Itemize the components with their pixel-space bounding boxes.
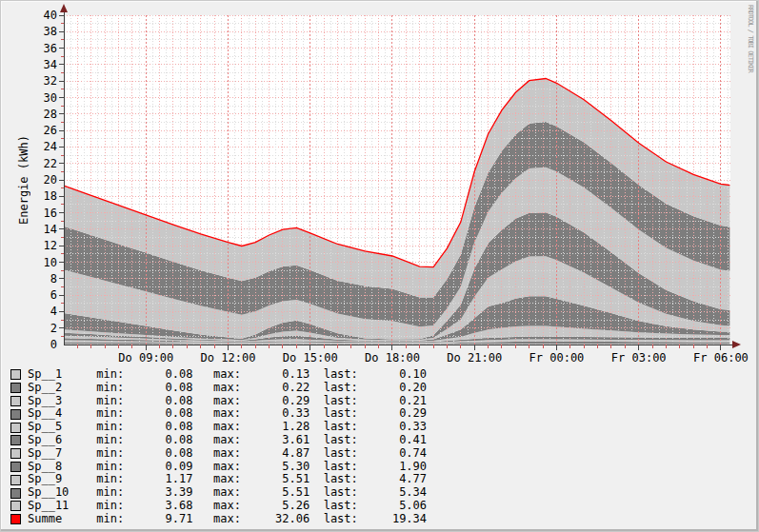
legend-row: Sp__8 min: 0.09 max: 5.30 last: 1.90: [10, 461, 427, 474]
chart-plot: 0246810121416182022242628303234363840Do …: [1, 1, 759, 368]
legend-row: Sp__9 min: 1.17 max: 5.51 last: 4.77: [10, 473, 427, 486]
legend-row: Summe min: 9.71 max: 32.06 last: 19.34: [10, 513, 427, 526]
x-tick-label: Do 09:00: [118, 351, 173, 365]
y-tick-label: 2: [50, 322, 57, 335]
y-tick-label: 8: [50, 272, 57, 286]
y-tick-label: 28: [44, 108, 57, 121]
legend-row-text: Sp__9 min: 1.17 max: 5.51 last: 4.77: [28, 473, 427, 486]
legend-row-text: Summe min: 9.71 max: 32.06 last: 19.34: [28, 513, 427, 526]
legend-row-text: Sp__2 min: 0.08 max: 0.22 last: 0.20: [28, 382, 427, 395]
legend-swatch-Sp__10: [10, 488, 21, 499]
x-tick-label: Fr 03:00: [611, 351, 667, 365]
y-tick-label: 10: [44, 256, 57, 269]
y-tick-label: 34: [44, 58, 57, 71]
y-tick-label: 38: [44, 25, 57, 38]
y-tick-label: 22: [44, 157, 57, 170]
legend-row-text: Sp__5 min: 0.08 max: 1.28 last: 0.33: [28, 421, 427, 434]
y-tick-label: 12: [44, 239, 57, 252]
legend-row: Sp__6 min: 0.08 max: 3.61 last: 0.41: [10, 434, 427, 447]
legend-row-text: Sp__1 min: 0.08 max: 0.13 last: 0.10: [28, 368, 427, 382]
y-tick-label: 24: [44, 140, 57, 153]
x-tick-label: Fr 06:00: [693, 351, 749, 365]
legend-swatch-Sp__9: [10, 475, 21, 485]
y-tick-label: 20: [44, 173, 57, 187]
y-tick-label: 6: [50, 288, 57, 302]
legend-swatch-Summe: [10, 514, 21, 524]
legend-swatch-Sp__3: [10, 396, 21, 406]
rrdtool-graph: Energie (kWh) 02468101214161820222426283…: [0, 0, 759, 532]
legend-swatch-Sp__11: [10, 501, 21, 511]
legend-row-text: Sp__6 min: 0.08 max: 3.61 last: 0.41: [28, 434, 427, 447]
legend-row-text: Sp__11 min: 3.68 max: 5.26 last: 5.06: [28, 500, 427, 513]
legend-row: Sp__11 min: 3.68 max: 5.26 last: 5.06: [10, 500, 427, 513]
legend-row: Sp__4 min: 0.08 max: 0.33 last: 0.29: [10, 407, 427, 421]
legend-row-text: Sp__8 min: 0.09 max: 5.30 last: 1.90: [28, 461, 427, 474]
legend-swatch-Sp__2: [10, 383, 21, 393]
x-tick-label: Do 15:00: [283, 351, 338, 365]
legend-swatch-Sp__4: [10, 409, 21, 420]
x-tick-label: Fr 00:00: [529, 351, 585, 365]
y-tick-label: 16: [44, 207, 57, 220]
legend-row: Sp__5 min: 0.08 max: 1.28 last: 0.33: [10, 421, 427, 434]
legend-row-text: Sp__7 min: 0.08 max: 4.87 last: 0.74: [28, 447, 427, 461]
y-tick-label: 36: [44, 42, 57, 55]
legend-row: Sp__1 min: 0.08 max: 0.13 last: 0.10: [10, 368, 427, 382]
y-tick-label: 14: [44, 223, 57, 236]
legend-swatch-Sp__6: [10, 435, 21, 445]
legend-row-text: Sp__3 min: 0.08 max: 0.29 last: 0.21: [28, 395, 427, 408]
legend-row-text: Sp__4 min: 0.08 max: 0.33 last: 0.29: [28, 407, 427, 421]
x-tick-label: Do 21:00: [447, 351, 502, 365]
legend-row: Sp__2 min: 0.08 max: 0.22 last: 0.20: [10, 382, 427, 395]
y-tick-label: 18: [44, 189, 57, 203]
y-tick-label: 26: [44, 124, 57, 137]
x-tick-label: Do 12:00: [201, 351, 256, 365]
legend-swatch-Sp__7: [10, 448, 21, 459]
x-axis-arrow-icon: [732, 341, 741, 348]
x-tick-label: Do 18:00: [365, 351, 420, 365]
y-tick-label: 40: [44, 9, 57, 22]
legend-row: Sp__3 min: 0.08 max: 0.29 last: 0.21: [10, 395, 427, 408]
y-axis-arrow-icon: [60, 4, 68, 12]
y-tick-label: 32: [44, 74, 57, 88]
legend: Sp__1 min: 0.08 max: 0.13 last: 0.10Sp__…: [10, 368, 427, 526]
legend-row-text: Sp__10 min: 3.39 max: 5.51 last: 5.34: [28, 486, 427, 500]
legend-row: Sp__10 min: 3.39 max: 5.51 last: 5.34: [10, 486, 427, 500]
y-tick-label: 30: [44, 91, 57, 105]
legend-swatch-Sp__8: [10, 462, 21, 472]
legend-swatch-Sp__1: [10, 369, 21, 380]
legend-row: Sp__7 min: 0.08 max: 4.87 last: 0.74: [10, 447, 427, 461]
y-tick-label: 0: [50, 338, 57, 351]
watermark: RRDTOOL / TOBI OETIKER: [747, 5, 754, 72]
legend-swatch-Sp__5: [10, 423, 21, 433]
y-tick-label: 4: [50, 305, 57, 318]
